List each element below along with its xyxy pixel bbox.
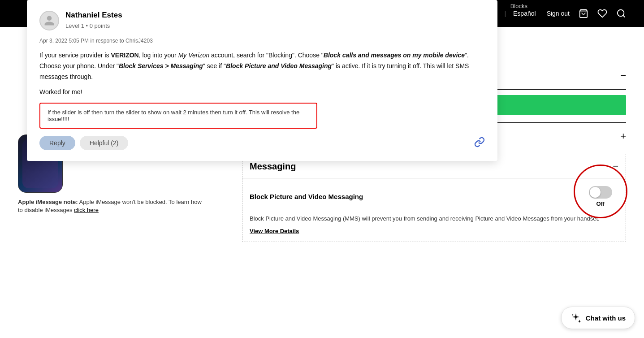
block-picture-row: Block Picture and Video Messaging Off [250,186,618,207]
espanol-link[interactable]: Español [513,10,536,17]
click-here-link[interactable]: click here [74,207,99,213]
level-separator: • [86,22,90,29]
toggle-state-label: Off [596,200,605,207]
forum-timestamp: Apr 3, 2022 5:05 PM in response to Chris… [39,38,485,44]
svg-point-1 [618,10,624,17]
chat-sparkle-icon [571,312,581,323]
messaging-content: Block Picture and Video Messaging Off Bl… [242,179,626,242]
cart-icon[interactable] [579,9,588,18]
author-points: 0 points [90,22,110,29]
emails-domains-expand-btn[interactable]: + [620,130,626,142]
toggle-thumb [590,187,601,198]
forum-meta: Nathaniel Estes Level 1 • 0 points [65,11,122,30]
highlight-box: If the slider is off then turn the slide… [39,103,317,129]
messaging-title: Messaging [250,161,296,172]
toggle-wrapper: Off [589,186,612,207]
nav-divider: | [504,10,506,17]
chat-button[interactable]: Chat with us [561,307,635,329]
body-block-services: Block Services > Messaging [119,62,203,69]
signout-link[interactable]: Sign out [547,10,570,17]
helpful-button[interactable]: Helpful (2) [80,136,129,150]
block-picture-label: Block Picture and Video Messaging [250,193,363,200]
block-picture-description: Block Picture and Video Messaging (MMS) … [250,214,618,223]
block-services-collapse-btn[interactable]: − [620,70,626,82]
forum-post-card: Nathaniel Estes Level 1 • 0 points Apr 3… [27,0,497,161]
nav-icons: Sign out [547,9,626,18]
body-blocking: Blocking [268,52,292,59]
reply-button[interactable]: Reply [39,136,75,150]
svg-line-2 [623,15,625,17]
author-level-points: Level 1 • 0 points [65,22,110,29]
body-my-verizon: My Verizon [178,52,210,59]
body-part3: account, search for " [209,52,268,59]
messaging-section: Messaging − Block Picture and Video Mess… [242,154,626,242]
author-name: Nathaniel Estes [65,11,122,20]
forum-header: Nathaniel Estes Level 1 • 0 points [39,11,485,30]
worked-text: Worked for me! [39,88,485,95]
forum-buttons: Reply Helpful (2) [39,136,128,150]
view-more-details-link[interactable]: View More Details [250,228,618,234]
forum-body: If your service provider is VERIZON, log… [39,50,485,82]
wishlist-icon[interactable] [597,9,607,18]
body-part4: ". Choose " [292,52,324,59]
body-block-picture: Block Picture and Video Messaging [226,62,332,69]
body-part2: , log into your [139,52,178,59]
author-avatar [39,11,59,30]
chat-label: Chat with us [586,314,626,322]
breadcrumb-blocks: Blocks [510,3,527,9]
search-icon[interactable] [616,9,626,18]
highlight-text: If the slider is off then turn the slide… [48,109,299,122]
apple-note-label: Apple iMessage note: [18,199,78,205]
block-picture-toggle[interactable] [589,186,612,199]
forum-actions: Reply Helpful (2) [39,136,485,150]
body-part6: " see if " [203,62,226,69]
apple-imessage-note: Apple iMessage note: Apple iMessage won'… [18,198,206,214]
share-link-icon[interactable] [474,137,485,150]
body-part1: If your service provider is [39,52,111,59]
author-level: Level 1 [65,22,84,29]
body-verizon: VERIZON [111,52,139,59]
body-block-calls: Block calls and messages on my mobile de… [324,52,465,59]
